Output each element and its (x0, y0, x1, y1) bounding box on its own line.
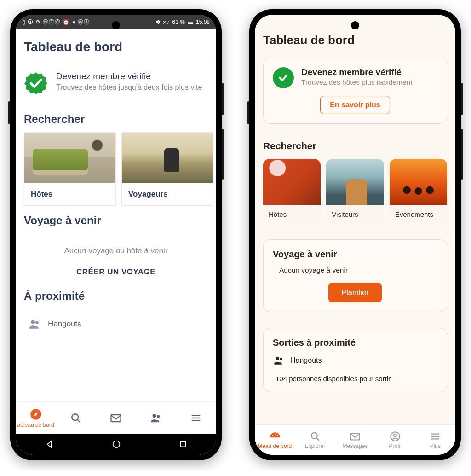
home-icon[interactable] (111, 439, 121, 449)
recent-icon[interactable] (179, 440, 187, 448)
nav-search[interactable] (56, 412, 96, 424)
status-icons-right: ✽ ⨯♪ (156, 19, 169, 25)
svg-point-12 (113, 441, 120, 448)
trip-empty-text: Aucun voyage ou hôte à venir (16, 233, 216, 258)
hangouts-count: 104 personnes disponibles pour sortir (273, 375, 437, 383)
svg-point-1 (31, 320, 35, 324)
camera-notch (351, 21, 359, 29)
page-title: Tableau de bord (16, 29, 216, 62)
status-icons-left: ▯ ⦿ ⟳ ⓃⒻⒸ ⏰ ● ⓌⒶ (22, 18, 90, 26)
svg-marker-0 (24, 72, 47, 94)
travelers-image (122, 133, 213, 183)
nav-label: bleau de bord (258, 443, 292, 449)
svg-line-20 (316, 438, 319, 440)
nav-label: Messages (343, 443, 368, 449)
outings-heading: Sorties à proximité (273, 337, 437, 348)
card-hosts[interactable]: Hôtes (24, 132, 116, 206)
phone-right: Tableau de bord Devenez membre vérifié T… (249, 9, 461, 460)
svg-point-7 (153, 414, 156, 418)
nav-label: ableau de bord (17, 422, 54, 428)
clock: 15:08 (196, 19, 210, 25)
svg-rect-13 (181, 442, 186, 447)
phone-left: ▯ ⦿ ⟳ ⓃⒻⒸ ⏰ ● ⓌⒶ ✽ ⨯♪ 61 % ▬ 15:08 Table… (10, 9, 222, 460)
hosts-image (24, 133, 115, 183)
nav-messages[interactable]: Messages (335, 430, 375, 449)
visitors-image (326, 159, 384, 205)
people-icon (149, 412, 162, 424)
profile-icon (389, 430, 401, 442)
svg-point-23 (394, 434, 397, 437)
svg-point-4 (72, 414, 78, 420)
camera-notch (112, 21, 120, 29)
svg-point-14 (276, 357, 279, 360)
nav-label: Profil (389, 443, 401, 449)
hangouts-label: Hangouts (48, 319, 81, 329)
mail-icon (109, 412, 122, 424)
hangouts-label: Hangouts (290, 356, 322, 365)
search-heading: Rechercher (263, 140, 447, 151)
svg-point-17 (275, 434, 276, 435)
check-badge-icon (273, 67, 294, 88)
svg-point-2 (35, 321, 39, 325)
create-trip-button[interactable]: CRÉER UN VOYAGE (16, 258, 216, 281)
nav-dashboard[interactable]: bleau de bord (255, 430, 295, 449)
card-label: Visiteurs (326, 205, 384, 224)
nav-people[interactable] (136, 412, 176, 424)
verify-subtitle: Trouvez des hôtes jusqu'à deux fois plus… (56, 83, 202, 93)
verify-subtitle: Trouvez des hôtes plus rapidement (301, 78, 413, 87)
nav-explore[interactable]: Explorer (295, 430, 335, 449)
trip-heading: Voyage à venir (273, 249, 437, 260)
trip-empty-text: Aucun voyage à venir (273, 266, 437, 274)
trip-heading: Voyage à venir (16, 206, 216, 233)
hosts-image (263, 159, 321, 205)
card-visitors[interactable]: Visiteurs (326, 159, 384, 224)
card-hosts[interactable]: Hôtes (263, 159, 321, 224)
menu-icon (429, 430, 441, 442)
system-nav-bar (16, 434, 216, 455)
page-title: Tableau de bord (263, 33, 447, 47)
events-image (390, 159, 447, 205)
bottom-nav: bleau de bord Explorer Messages Profil P… (255, 424, 455, 455)
mail-icon (349, 430, 361, 442)
bottom-nav: ableau de bord (16, 401, 216, 434)
gauge-icon (269, 430, 281, 442)
card-label: Hôtes (24, 183, 115, 205)
nav-label: Plus (430, 443, 441, 449)
search-icon (309, 430, 321, 442)
svg-point-18 (277, 435, 278, 436)
hangouts-row[interactable]: Hangouts (273, 354, 437, 366)
battery-percent: 61 % (172, 19, 185, 25)
card-label: Hôtes (263, 205, 321, 224)
plan-trip-button[interactable]: Planifier (328, 283, 382, 302)
nav-more[interactable]: Plus (415, 430, 455, 449)
svg-point-15 (280, 358, 282, 360)
search-heading: Rechercher (16, 104, 216, 132)
outings-panel: Sorties à proximité Hangouts 104 personn… (263, 328, 447, 392)
people-icon (29, 318, 40, 330)
card-travelers[interactable]: Voyageurs (121, 132, 213, 206)
compass-icon (29, 408, 42, 421)
learn-more-button[interactable]: En savoir plus (320, 96, 390, 114)
nav-profile[interactable]: Profil (375, 430, 415, 449)
search-icon (69, 412, 82, 424)
hangouts-row[interactable]: Hangouts (16, 309, 216, 339)
nav-menu[interactable] (176, 412, 216, 424)
verified-badge-icon (24, 71, 48, 95)
search-cards: Hôtes Voyageurs (16, 132, 216, 206)
svg-line-5 (77, 419, 80, 422)
svg-point-19 (311, 433, 317, 439)
card-label: Voyageurs (122, 183, 213, 205)
svg-point-8 (157, 415, 160, 418)
trip-panel: Voyage à venir Aucun voyage à venir Plan… (263, 239, 447, 312)
card-label: Evénements (390, 205, 447, 224)
people-icon (273, 354, 285, 366)
verify-panel: Devenez membre vérifié Trouvez des hôtes… (263, 58, 447, 124)
nav-messages[interactable] (96, 412, 136, 424)
verify-title: Devenez membre vérifié (301, 67, 413, 77)
card-events[interactable]: Evénements (390, 159, 447, 224)
verify-banner[interactable]: Devenez membre vérifié Trouvez des hôtes… (16, 62, 216, 104)
nav-dashboard[interactable]: ableau de bord (16, 408, 56, 428)
back-icon[interactable] (45, 440, 54, 449)
nearby-heading: À proximité (16, 281, 216, 309)
menu-icon (190, 412, 202, 424)
